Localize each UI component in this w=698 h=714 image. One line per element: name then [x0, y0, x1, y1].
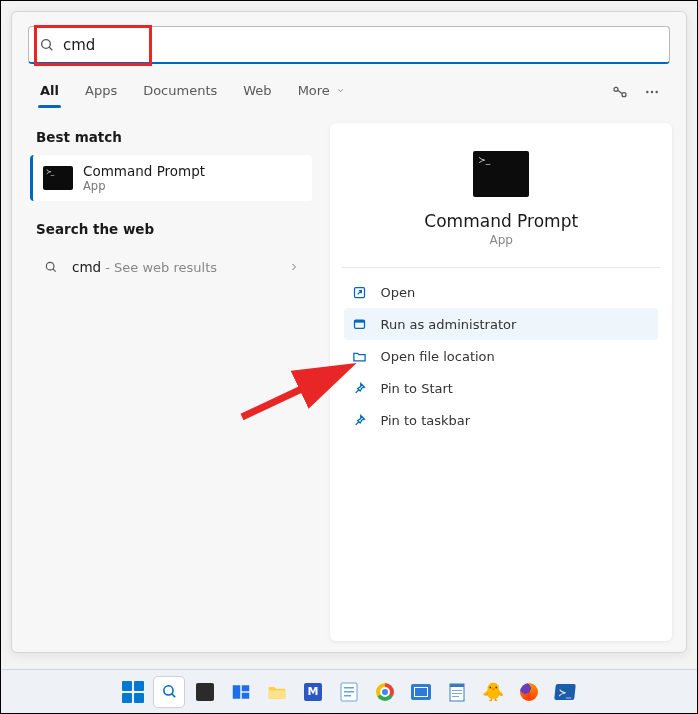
folder-icon	[267, 683, 287, 701]
tab-web[interactable]: Web	[233, 77, 281, 108]
svg-point-4	[646, 91, 648, 93]
chevron-down-icon	[336, 86, 345, 95]
taskbar-app-button[interactable]: 🐥	[478, 677, 508, 707]
results-pane: Best match Command Prompt App Search the…	[26, 123, 316, 641]
best-match-title: Command Prompt	[83, 163, 205, 179]
action-pin-to-start[interactable]: Pin to Start	[344, 372, 658, 404]
action-open-label: Open	[380, 285, 415, 300]
svg-point-7	[46, 262, 54, 270]
action-run-as-administrator[interactable]: Run as administrator	[344, 308, 658, 340]
svg-rect-26	[452, 693, 462, 694]
chevron-right-icon	[288, 261, 300, 273]
folder-icon	[352, 349, 367, 364]
web-hint-text: - See web results	[101, 260, 217, 275]
tab-more[interactable]: More	[288, 77, 355, 108]
divider	[342, 267, 660, 268]
action-run-admin-label: Run as administrator	[380, 317, 516, 332]
search-icon	[39, 37, 55, 53]
start-search-panel: All Apps Documents Web More Best match C…	[11, 11, 687, 653]
svg-line-8	[53, 268, 56, 271]
more-options-button[interactable]	[636, 76, 668, 108]
preview-subtitle: App	[344, 233, 658, 247]
svg-rect-16	[242, 685, 250, 691]
svg-rect-27	[452, 696, 459, 697]
taskbar-start-button[interactable]	[118, 677, 148, 707]
command-prompt-icon	[473, 151, 529, 197]
action-pin-taskbar-label: Pin to taskbar	[380, 413, 470, 428]
tab-apps[interactable]: Apps	[75, 77, 127, 108]
svg-rect-25	[452, 690, 462, 691]
svg-point-6	[655, 91, 657, 93]
svg-rect-17	[242, 692, 250, 698]
search-input[interactable]	[63, 36, 659, 54]
taskbar-widgets-button[interactable]	[226, 677, 256, 707]
svg-rect-11	[354, 320, 364, 323]
web-search-result[interactable]: cmd - See web results	[30, 247, 312, 286]
ellipsis-icon	[644, 84, 660, 100]
taskbar-firefox-button[interactable]	[514, 677, 544, 707]
svg-point-5	[651, 91, 653, 93]
taskbar-search-button[interactable]	[154, 677, 184, 707]
best-match-result[interactable]: Command Prompt App	[30, 155, 312, 201]
preview-title: Command Prompt	[344, 211, 658, 231]
document-icon	[340, 682, 358, 702]
svg-line-1	[49, 47, 52, 50]
svg-rect-21	[344, 691, 354, 693]
action-pin-start-label: Pin to Start	[380, 381, 452, 396]
taskbar-powershell-button[interactable]: ≻_	[550, 677, 580, 707]
svg-line-14	[171, 694, 174, 697]
taskbar: M 🐥 ≻_	[1, 669, 697, 713]
action-open[interactable]: Open	[344, 276, 658, 308]
svg-rect-18	[269, 690, 286, 698]
action-pin-to-taskbar[interactable]: Pin to taskbar	[344, 404, 658, 436]
taskbar-notepad-button[interactable]	[442, 677, 472, 707]
pin-icon	[352, 413, 367, 428]
svg-point-0	[42, 39, 51, 48]
taskbar-task-view-button[interactable]	[190, 677, 220, 707]
taskbar-file-explorer-button[interactable]	[262, 677, 292, 707]
command-prompt-icon	[43, 166, 73, 190]
widgets-icon	[232, 684, 250, 700]
chrome-icon	[376, 683, 394, 701]
network-icon	[612, 84, 628, 100]
taskbar-app-button[interactable]	[334, 677, 364, 707]
search-icon	[44, 260, 58, 274]
tab-documents[interactable]: Documents	[133, 77, 227, 108]
shield-icon	[352, 317, 367, 332]
search-icon	[161, 683, 178, 700]
best-match-subtitle: App	[83, 179, 205, 193]
open-icon	[352, 285, 367, 300]
svg-rect-22	[344, 695, 351, 697]
svg-rect-24	[450, 684, 464, 687]
notepad-icon	[449, 682, 465, 702]
best-match-heading: Best match	[26, 123, 316, 155]
tab-more-label: More	[298, 83, 330, 98]
svg-rect-20	[344, 687, 354, 689]
firefox-icon	[520, 683, 538, 701]
action-open-file-location[interactable]: Open file location	[344, 340, 658, 372]
svg-rect-15	[233, 685, 241, 699]
search-options-button[interactable]	[604, 76, 636, 108]
filter-tabs: All Apps Documents Web More	[12, 76, 686, 109]
tab-all[interactable]: All	[30, 77, 69, 108]
powershell-icon: ≻_	[554, 684, 576, 700]
action-open-location-label: Open file location	[380, 349, 494, 364]
taskbar-app-button[interactable]	[406, 677, 436, 707]
preview-pane: Command Prompt App Open Run as administr…	[330, 123, 672, 641]
taskbar-chrome-button[interactable]	[370, 677, 400, 707]
taskbar-app-button[interactable]: M	[298, 677, 328, 707]
web-query-text: cmd	[72, 259, 101, 275]
pin-icon	[352, 381, 367, 396]
search-web-heading: Search the web	[26, 215, 316, 247]
svg-point-13	[163, 686, 172, 695]
search-box[interactable]	[28, 26, 670, 64]
